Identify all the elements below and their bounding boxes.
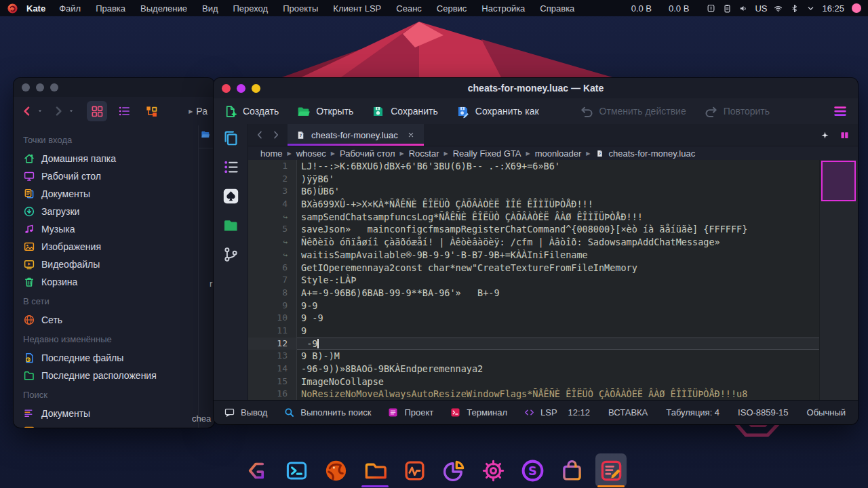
menu-4[interactable]: Вид bbox=[202, 3, 218, 14]
breadcrumb-segment[interactable]: cheats-for-money.luac bbox=[609, 148, 696, 159]
spark-icon[interactable] bbox=[820, 130, 830, 140]
sidebar-item-home[interactable]: Домашняя папка bbox=[23, 150, 198, 167]
fm-panel-toggle[interactable]: ▶ Ра bbox=[189, 106, 208, 117]
code-line[interactable]: 109 -9 bbox=[248, 312, 858, 325]
git-tool-icon[interactable] bbox=[222, 245, 240, 264]
folder-blue-icon[interactable] bbox=[200, 129, 211, 140]
code-line[interactable]: 139 B)-)M bbox=[248, 350, 858, 363]
grid-view-button[interactable] bbox=[87, 101, 107, 121]
fm-window-button[interactable] bbox=[36, 83, 44, 92]
fm-titlebar[interactable] bbox=[14, 78, 214, 97]
dock-item-browser[interactable] bbox=[320, 453, 351, 487]
garuda-logo-icon[interactable] bbox=[7, 3, 18, 14]
tree-view-button[interactable] bbox=[141, 101, 161, 121]
list-view-button[interactable] bbox=[114, 101, 134, 121]
dock-item-s-app[interactable]: S bbox=[517, 453, 548, 487]
menu-10[interactable]: Настройка bbox=[481, 3, 525, 14]
code-line-wrapped[interactable]: ↪waitisSampAvailable®-9B-9-9'-B-B7-9B+=K… bbox=[248, 249, 858, 262]
code-line[interactable]: 12 -9 bbox=[248, 338, 858, 350]
dock-item-garuda-assistant[interactable] bbox=[241, 453, 273, 487]
sidebar-item-recent-locations[interactable]: Последние расположения bbox=[23, 367, 198, 384]
statusbar-tab-width[interactable]: Табуляция: 4 bbox=[666, 407, 719, 418]
tab-history-back-icon[interactable] bbox=[254, 129, 266, 141]
menu-3[interactable]: Выделение bbox=[140, 3, 187, 14]
code-line[interactable]: 6GetIOperemennaya2const char*new"CreateT… bbox=[248, 262, 858, 274]
dock-item-software-store[interactable] bbox=[556, 453, 587, 487]
notifications-icon[interactable] bbox=[706, 3, 716, 14]
sidebar-item-recent-files[interactable]: Последние файлы bbox=[23, 349, 198, 367]
close-icon[interactable] bbox=[406, 130, 416, 140]
breadcrumb-segment[interactable]: home bbox=[260, 148, 283, 159]
maximize-window-button[interactable] bbox=[252, 84, 260, 93]
volume-icon[interactable] bbox=[738, 3, 749, 14]
kate-titlebar[interactable]: cheats-for-money.luac — Kate bbox=[214, 78, 858, 98]
menu-7[interactable]: Клиент LSP bbox=[333, 3, 381, 14]
back-icon[interactable] bbox=[20, 104, 34, 118]
menu-11[interactable]: Справка bbox=[540, 3, 574, 14]
code-line[interactable]: 99-9 bbox=[248, 300, 858, 312]
scrollbar-thumb[interactable] bbox=[821, 161, 856, 201]
breadcrumb-segment[interactable]: whosec bbox=[296, 148, 326, 159]
clock[interactable]: 16:25 bbox=[822, 3, 844, 14]
clipboard-icon[interactable] bbox=[722, 3, 732, 14]
sidebar-item-pictures[interactable]: Изображения bbox=[23, 238, 198, 256]
code-line-wrapped[interactable]: ↪Ñêðèïò óñïåøíî çàãðóæåí! | Àêòèâàöèÿ: /… bbox=[248, 236, 858, 249]
breadcrumb-segment[interactable]: Rocstar bbox=[409, 148, 439, 159]
code-line[interactable]: 16NoResizeNoMoveAlwaysAutoResizeWindowFl… bbox=[248, 388, 858, 400]
save-button[interactable]: Сохранить bbox=[371, 104, 438, 119]
outline-tool-icon[interactable] bbox=[222, 158, 240, 176]
menu-2[interactable]: Правка bbox=[96, 3, 125, 14]
minimize-window-button[interactable] bbox=[237, 84, 245, 93]
tab-history-forward-icon[interactable] bbox=[270, 129, 282, 141]
back-caret-down-icon[interactable] bbox=[37, 108, 43, 115]
redo-button[interactable]: Повторить bbox=[704, 104, 770, 119]
fm-main-pane[interactable]: r chea bbox=[198, 125, 214, 428]
code-line[interactable]: 2)ÿÿB6' bbox=[248, 173, 858, 186]
statusbar-input-mode[interactable]: ВСТАВКА bbox=[608, 407, 648, 418]
code-line[interactable]: 14-96-9))»8BAOö-9BKÀEndperemennaya2 bbox=[248, 363, 858, 375]
split-view-icon[interactable] bbox=[840, 130, 850, 140]
menu-1[interactable]: Файл bbox=[59, 3, 81, 14]
dock-item-text-editor[interactable] bbox=[595, 453, 627, 487]
statusbar-highlighting-mode[interactable]: Обычный bbox=[807, 407, 846, 418]
fm-window-button[interactable] bbox=[22, 83, 30, 92]
statusbar-output-button[interactable]: Вывод bbox=[224, 407, 267, 418]
fm-window-button[interactable] bbox=[50, 83, 58, 92]
documents-tool-icon[interactable] bbox=[222, 129, 240, 147]
statusbar-encoding[interactable]: ISO-8859-15 bbox=[738, 407, 788, 418]
code-editor[interactable]: 1LJ!--:>K:6BXU6)dBX÷6'B6'3BU(6)B-- .-:X6… bbox=[248, 160, 858, 400]
code-line[interactable]: 5saveJson» mainconfigcfmsampRegisterChat… bbox=[248, 223, 858, 236]
sidebar-item-documents[interactable]: Документы bbox=[23, 185, 198, 203]
net-speed-up[interactable]: 0.0 В bbox=[631, 3, 652, 14]
statusbar-cursor-position[interactable]: 12:12 bbox=[568, 407, 590, 418]
undo-button[interactable]: Отменить действие bbox=[580, 104, 686, 119]
code-line[interactable]: 3B6)ÜB6' bbox=[248, 185, 858, 198]
sidebar-item-pictures[interactable]: Images bbox=[23, 422, 198, 428]
plugin-tool-icon[interactable] bbox=[222, 187, 240, 205]
tray-expander-icon[interactable] bbox=[806, 3, 816, 14]
dock-item-file-manager[interactable] bbox=[359, 453, 391, 487]
menu-9[interactable]: Сервис bbox=[437, 3, 467, 14]
statusbar-terminal-status-button[interactable]: Терминал bbox=[450, 407, 507, 418]
breadcrumb-segment[interactable]: Really Fixed GTA bbox=[453, 148, 521, 159]
forward-icon[interactable] bbox=[52, 104, 65, 118]
sidebar-item-desktop[interactable]: Рабочий стол bbox=[23, 167, 198, 185]
net-speed-down[interactable]: 0.0 В bbox=[669, 3, 689, 14]
forward-caret-down-icon[interactable] bbox=[68, 108, 75, 115]
open-folder-button[interactable]: Открыть bbox=[296, 104, 353, 119]
statusbar-lsp-button[interactable]: LSP bbox=[524, 407, 557, 418]
tab-cheats-for-money[interactable]: ? cheats-for-money.luac bbox=[288, 124, 424, 146]
sidebar-item-videos[interactable]: Видеофайлы bbox=[23, 256, 198, 273]
code-line[interactable]: 4BXà699XÛ-+>X×KÀ*ÑÅÊÑÈ ÊÎËÜÒ ÇÀÕÂÀÒÈË ÌÎ… bbox=[248, 198, 858, 211]
code-line[interactable]: 8A+=-9-96B6)6BAB-99-9**BA-96'» B+-9 bbox=[248, 287, 858, 300]
keyboard-layout[interactable]: US bbox=[755, 3, 767, 14]
sidebar-item-search-documents[interactable]: Документы bbox=[23, 405, 198, 422]
bluetooth-icon[interactable] bbox=[789, 3, 800, 14]
hamburger-menu-icon[interactable] bbox=[832, 104, 848, 119]
menu-8[interactable]: Сеанс bbox=[396, 3, 422, 14]
menu-5[interactable]: Переход bbox=[233, 3, 269, 14]
new-file-button[interactable]: Создать bbox=[223, 104, 279, 119]
breadcrumb-segment[interactable]: moonloader bbox=[535, 148, 582, 159]
code-line[interactable]: 1LJ!--:>K:6BXU6)dBX÷6'B6'3BU(6)B-- .-:X6… bbox=[248, 160, 858, 173]
dock-item-settings[interactable] bbox=[477, 453, 509, 487]
